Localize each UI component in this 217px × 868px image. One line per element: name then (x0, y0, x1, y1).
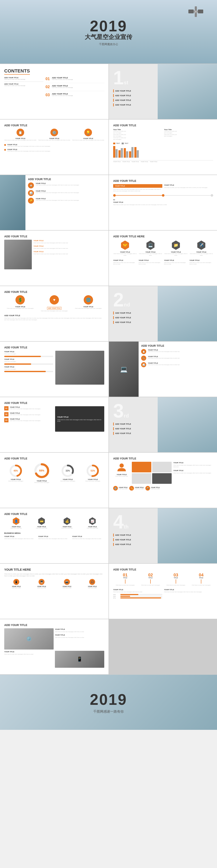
box-title: YOUR TITLE (151, 487, 160, 488)
s1-item2: ADD YOUR TITLE (115, 94, 131, 97)
grid-title1: YOUR TITLE (113, 589, 162, 591)
slide18-title: ADD YOUR TITLE (4, 513, 104, 516)
device1-title: YOUR TITLE (4, 586, 28, 587)
card1-desc: Click here enter test (4, 527, 28, 529)
laptop-desc2: Click here to enter your test messages h… (148, 358, 180, 359)
photo-desc1: Click here to enter test messages click … (55, 631, 104, 633)
cover-year: 2019 (85, 18, 132, 35)
icon2-desc: Click here to enter your test messages c… (38, 140, 70, 141)
laptop-item2: YOUR TITLE (148, 355, 180, 358)
col2-heading: Your Title (164, 129, 213, 130)
bm-desc2: Click here to enter test messages click … (38, 538, 70, 540)
num-item-2: YOUR TITLE (10, 412, 40, 414)
bar-label5: YOUR TITLE (150, 161, 157, 162)
bottom-desc1: Click here to enter your test messages h… (113, 262, 137, 265)
section-suffix-1: st (124, 80, 128, 86)
slide7-title: ADD YOUR TITLE (113, 179, 213, 182)
list2-desc: Click here to write your text messages c… (7, 151, 50, 152)
s3-item2: ADD YOUR TITLE (115, 428, 131, 430)
bottom-desc3: Click here to enter your test messages h… (164, 262, 188, 265)
content-left-1: ADD YOUR TITLE (4, 77, 43, 79)
hex1-desc: Click here to enter test messages click … (113, 253, 137, 256)
step03-desc: Click here to enter test messages (164, 585, 188, 586)
prog-desc2: Click here messages (4, 361, 53, 363)
card2-desc: Click here enter test (30, 527, 53, 529)
donut3-val: 32% (66, 470, 70, 472)
item-right1: YOUR TITLE (164, 184, 213, 186)
orange-title3: YOUR TITLE (33, 251, 104, 253)
item-desc-2: Click here to enter your test messages c… (113, 204, 213, 206)
device3-title: YOUR TITLE (55, 586, 79, 587)
list2-title: YOUR TITLE (7, 149, 50, 151)
item-a-desc: Click here to enter your test messages c… (36, 184, 79, 186)
hex2-title: YOUR TITLE (138, 251, 162, 253)
col1-desc2: Click here to write yourtest messages (113, 134, 162, 137)
content-left-2-desc: Click here to enter your test message (4, 85, 43, 86)
step04-desc: Click here to enter test messages (189, 585, 213, 586)
bottom-title1: YOUR TITLE (113, 259, 137, 261)
device3-desc: Click here enter (55, 587, 79, 589)
legend2: TEXT (125, 143, 128, 144)
final-year: 2019 (90, 691, 127, 708)
device1-desc: Click here enter (4, 587, 28, 589)
device4-title: YOUR TITLE (80, 586, 104, 587)
card1-title: YOUR TITLE (4, 526, 28, 527)
bar-label3: YOUR TITLE (131, 161, 139, 162)
item-03-title: ADD YOUR TITLE (52, 93, 73, 95)
orange-desc3: Click here to enter your test messages c… (33, 253, 104, 255)
cover-title: 大气星空企业宣传 (85, 33, 132, 41)
bottom-title4: YOUR TITLE (189, 259, 213, 261)
prog-desc3: Click here messages (4, 369, 53, 370)
hex3-desc: Click here to enter test messages click … (164, 253, 188, 256)
s1-item4: ADD YOUR TITLE (115, 104, 131, 106)
device2-title: YOUR TITLE (30, 586, 54, 587)
slide5-title: ADD YOUR TITLE (113, 124, 213, 127)
orange-desc2: Click here to enter your test messages c… (33, 248, 104, 249)
step03-subtitle: TITLE (164, 577, 188, 579)
laptop-item1: YOUR TITLE (148, 349, 180, 351)
circle1-desc: Click enter test messages enter your mes… (4, 308, 36, 309)
content-left-2: ADD YOUR TITLE (4, 83, 43, 85)
num-desc-2: Click here to enter test messages enter … (10, 414, 40, 416)
s1-item3: ADD YOUR TITLE (115, 99, 131, 101)
donut4-title: YOUR TITLE (85, 478, 100, 480)
add-title-center: ADD YOUR TITLE (47, 307, 62, 310)
bar-label4: YOUR TITLE (141, 161, 148, 162)
col1-desc3: Click here to write yourtest messages (113, 137, 162, 141)
orange-title1: YOUR TITLE (33, 240, 104, 242)
slide13-title: ADD YOUR TITLE (141, 344, 215, 347)
laptop-desc3: Click here to enter your test messages h… (148, 364, 180, 366)
donut1-val: 45% (13, 470, 18, 472)
section-number-1: 1 (113, 68, 124, 87)
col2-desc2: Click here to write yourtest messages (164, 134, 213, 137)
laptop-item3: YOUR TITLE (148, 362, 180, 364)
slide22-title: ADD YOUR TITLE (4, 623, 104, 627)
step02-desc: Click here to enter test messages (138, 585, 163, 586)
donut2-val: 68% (39, 469, 44, 472)
section-suffix-4: th (124, 524, 129, 530)
hex4-title: YOUR TITLE (189, 251, 213, 253)
list1-title: YOUR TITLE (7, 144, 50, 146)
icon2-title: YOUR TITLE (38, 137, 70, 140)
dark-box-desc: Click here to enter test messages enter … (57, 419, 102, 422)
num-03: 03 (45, 93, 52, 97)
slide21-title: ADD YOUR TITLE (113, 568, 213, 571)
icon3-desc: Click here to enter your test messages c… (72, 140, 104, 141)
hex3-title: YOUR TITLE (164, 251, 188, 253)
s4-item3: ADD YOUR TITLE (115, 544, 131, 546)
col1-heading: Your Title (113, 129, 162, 130)
s2-item1: ADD YOUR TITLE (115, 312, 131, 314)
num-02: 02 (45, 85, 52, 89)
section-suffix-3: rd (124, 413, 129, 419)
slide17-right-desc2: Click here to enter test messages click … (173, 472, 213, 474)
item-c-title: YOUR TITLE (36, 198, 79, 199)
desc-right1: Click here to enter your test messages c… (164, 187, 213, 189)
card4-title: YOUR TITLE (81, 526, 104, 527)
svg-rect-3 (198, 9, 203, 13)
s1-item1: ADD YOUR TITLE (115, 90, 131, 92)
slide17-right-title2: YOUR TITLE (173, 470, 213, 471)
card3-title: YOUR TITLE (55, 526, 79, 527)
gear-desc: Click here enter (119, 488, 128, 490)
slide20-big-title: YOUR TITLE HERE (4, 568, 104, 571)
photo-title1: YOUR TITLE (55, 628, 104, 630)
